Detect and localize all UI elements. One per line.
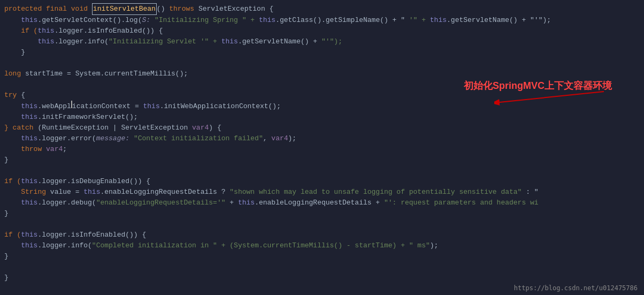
code-line: } catch (RuntimeException | ServletExcep… bbox=[0, 123, 644, 133]
code-line: } bbox=[0, 251, 644, 262]
url-bar: https://blog.csdn.net/u012475786 bbox=[514, 284, 638, 292]
annotation-text: 初始化SpringMVC上下文容器环境 bbox=[464, 79, 612, 92]
code-line: this.logger.info("Completed initializati… bbox=[0, 240, 644, 251]
code-content: protected final void initServletBean() t… bbox=[0, 3, 644, 283]
code-line: if (this.logger.isInfoEnabled()) { bbox=[0, 230, 644, 240]
code-line: this.getServletContext().log(S: "Initial… bbox=[0, 15, 644, 26]
code-line: this.logger.error(message: "Context init… bbox=[0, 133, 644, 144]
code-line bbox=[0, 219, 644, 230]
code-line: } bbox=[0, 47, 644, 58]
code-line: this.initFrameworkServlet(); bbox=[0, 112, 644, 123]
code-line: if (this.logger.isDebugEnabled()) { bbox=[0, 176, 644, 187]
code-line: } bbox=[0, 155, 644, 165]
code-line: this.logger.info("Initializing Servlet '… bbox=[0, 36, 644, 47]
code-line: long startTime = System.currentTimeMilli… bbox=[0, 69, 644, 79]
code-line: } bbox=[0, 273, 644, 283]
code-editor: protected final void initServletBean() t… bbox=[0, 0, 644, 295]
code-line bbox=[0, 165, 644, 176]
code-line: } bbox=[0, 208, 644, 219]
code-line: this.webApplicationContext = this.initWe… bbox=[0, 101, 644, 112]
code-line: String value = this.enableLoggingRequest… bbox=[0, 187, 644, 198]
code-line: if (this.logger.isInfoEnabled()) { bbox=[0, 26, 644, 36]
code-line: this.logger.debug("enableLoggingRequestD… bbox=[0, 198, 644, 208]
code-line bbox=[0, 58, 644, 69]
code-line bbox=[0, 262, 644, 273]
code-line: throw var4; bbox=[0, 144, 644, 155]
code-line: protected final void initServletBean() t… bbox=[0, 3, 644, 15]
